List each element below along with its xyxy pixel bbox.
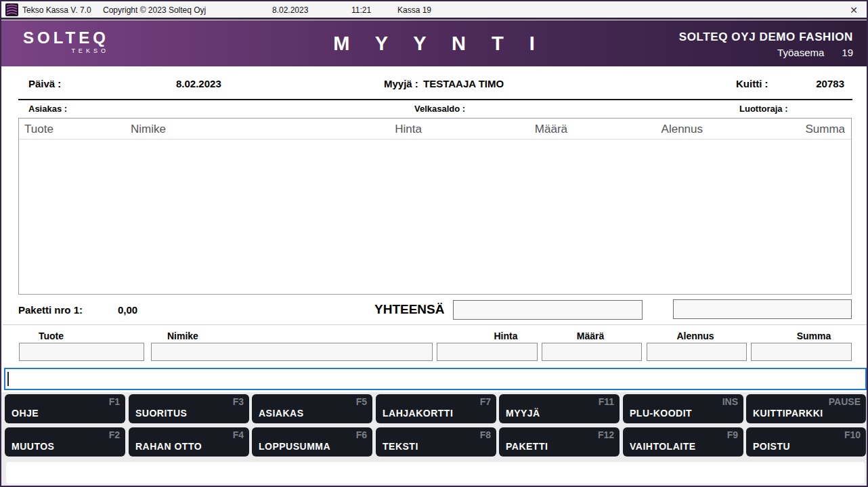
button-label: KUITTIPARKKI: [753, 408, 823, 419]
divider-line: [18, 99, 852, 100]
copyright-text: Copyright © 2023 Solteq Oyj: [103, 5, 206, 15]
date-value: 8.02.2023: [176, 78, 221, 89]
col-header-hinta: Hinta: [344, 123, 422, 136]
package-value: 0,00: [118, 304, 137, 316]
tuote-input[interactable]: [19, 343, 144, 361]
message-bar: [6, 462, 865, 484]
button-label: OHJE: [12, 408, 39, 419]
titlebar: Tekso Kassa V. 7.0 Copyright © 2023 Solt…: [1, 1, 867, 20]
divider-line-2: [3, 324, 868, 325]
button-label: ASIAKAS: [259, 408, 304, 419]
entry-label-maara: Määrä: [560, 331, 621, 341]
button-key: F3: [233, 396, 244, 407]
button-label: TEKSTI: [383, 441, 418, 452]
button-label: LAHJAKORTTI: [383, 408, 453, 419]
button-asiakas[interactable]: ASIAKAS F5: [252, 394, 372, 423]
table-header-row: Tuote Nimike Hinta Määrä Alennus Summa: [19, 119, 851, 140]
button-muutos[interactable]: MUUTOS F2: [5, 427, 125, 457]
workstation-info: Työasema19: [679, 47, 853, 58]
entry-label-tuote: Tuote: [39, 331, 64, 341]
entry-label-hinta: Hinta: [475, 331, 536, 341]
titlebar-register: Kassa 19: [397, 5, 431, 15]
button-key: F9: [727, 429, 738, 440]
logo-sub-text: TEKSO: [23, 47, 109, 54]
button-label: MUUTOS: [12, 441, 54, 452]
total-secondary-field[interactable]: [673, 299, 852, 319]
workstation-value: 19: [842, 47, 853, 58]
button-key: INS: [722, 396, 738, 407]
credit-label: Luottoraja :: [739, 104, 788, 114]
button-key: F7: [480, 396, 491, 407]
sales-lines-table: Tuote Nimike Hinta Määrä Alennus Summa: [18, 118, 852, 295]
nimike-input[interactable]: [151, 343, 433, 361]
button-key: F2: [109, 429, 120, 440]
seller-label: Myyjä :: [384, 78, 418, 89]
maara-input[interactable]: [542, 343, 642, 361]
button-key: F1: [109, 396, 120, 407]
package-label: Paketti nro 1:: [18, 304, 83, 316]
store-name: SOLTEQ OYJ DEMO FASHION: [679, 30, 853, 44]
alennus-input[interactable]: [647, 343, 747, 361]
col-header-summa: Summa: [761, 123, 845, 136]
debt-label: Velkasaldo :: [414, 104, 465, 114]
brand-header: SOLTEQ TEKSO M Y Y N T I SOLTEQ OYJ DEMO…: [1, 20, 867, 66]
receipt-value: 20783: [787, 78, 844, 89]
button-key: F8: [480, 429, 491, 440]
total-label: YHTEENSÄ: [374, 302, 444, 317]
store-info: SOLTEQ OYJ DEMO FASHION Työasema19: [679, 30, 853, 58]
button-loppusumma[interactable]: LOPPUSUMMA F6: [252, 427, 372, 457]
entry-label-summa: Summa: [783, 331, 844, 341]
col-header-maara: Määrä: [490, 123, 567, 136]
button-lahjakortti[interactable]: LAHJAKORTTI F7: [376, 394, 496, 423]
button-myyja[interactable]: MYYJÄ F11: [499, 394, 620, 423]
seller-value: TESTAAJA TIMO: [423, 78, 504, 89]
date-label: Päivä :: [28, 78, 61, 89]
app-icon: [5, 3, 18, 16]
button-key: F6: [356, 429, 367, 440]
logo-main-text: SOLTEQ: [23, 29, 109, 47]
button-key: F5: [356, 396, 367, 407]
button-paketti[interactable]: PAKETTI F12: [499, 427, 620, 457]
text-cursor: [7, 372, 9, 386]
button-vaihtolaite[interactable]: VAIHTOLAITE F9: [623, 427, 743, 457]
button-label: PLU-KOODIT: [630, 408, 692, 419]
command-input[interactable]: [4, 368, 867, 390]
col-header-tuote: Tuote: [24, 123, 53, 136]
receipt-label: Kuitti :: [736, 78, 768, 89]
button-ohje[interactable]: OHJE F1: [5, 394, 125, 423]
button-key: F12: [598, 429, 614, 440]
button-label: RAHAN OTTO: [135, 441, 202, 452]
button-plu-koodit[interactable]: PLU-KOODIT INS: [623, 394, 743, 423]
workstation-label: Työasema: [777, 47, 824, 58]
function-button-strip: OHJE F1 SUORITUS F3 ASIAKAS F5 LAHJAKORT…: [1, 392, 867, 459]
button-rahan-otto[interactable]: RAHAN OTTO F4: [129, 427, 249, 457]
button-poistu[interactable]: POISTU F10: [746, 427, 866, 457]
button-kuittiparkki[interactable]: KUITTIPARKKI PAUSE: [746, 394, 866, 423]
button-key: F10: [844, 429, 861, 440]
button-label: POISTU: [753, 441, 790, 452]
button-label: MYYJÄ: [506, 408, 540, 419]
summa-input[interactable]: [751, 343, 852, 361]
button-key: PAUSE: [829, 396, 861, 407]
entry-label-alennus: Alennus: [661, 331, 729, 341]
button-label: PAKETTI: [506, 441, 548, 452]
entry-label-nimike: Nimike: [167, 331, 198, 341]
app-title: Tekso Kassa V. 7.0: [22, 5, 91, 15]
page-title: M Y Y N T I: [323, 33, 545, 55]
button-key: F4: [233, 429, 244, 440]
app-window: Tekso Kassa V. 7.0 Copyright © 2023 Solt…: [0, 0, 868, 487]
customer-label: Asiakas :: [28, 104, 67, 114]
col-header-alennus: Alennus: [622, 123, 703, 136]
close-icon[interactable]: ✕: [848, 4, 860, 16]
button-key: F11: [599, 396, 614, 407]
titlebar-date: 8.02.2023: [272, 5, 308, 15]
total-amount-field[interactable]: [453, 300, 643, 320]
button-suoritus[interactable]: SUORITUS F3: [129, 394, 249, 423]
button-teksti[interactable]: TEKSTI F8: [376, 427, 496, 457]
button-label: VAIHTOLAITE: [630, 441, 696, 452]
solteq-logo: SOLTEQ TEKSO: [23, 29, 109, 54]
hinta-input[interactable]: [437, 343, 538, 361]
button-label: LOPPUSUMMA: [259, 441, 330, 452]
button-label: SUORITUS: [135, 408, 187, 419]
titlebar-time: 11:21: [351, 5, 371, 15]
